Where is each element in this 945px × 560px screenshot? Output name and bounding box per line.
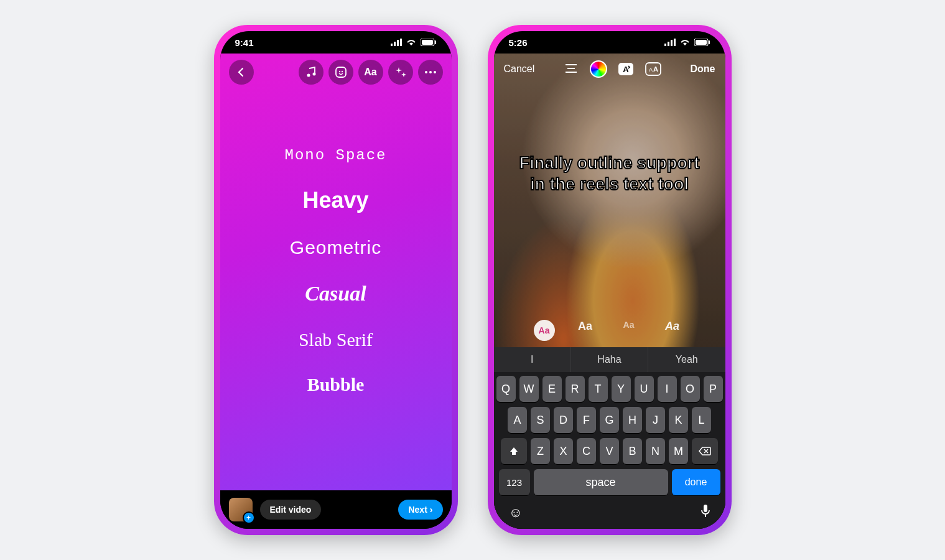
editor-toolbar: Aa [220, 54, 452, 91]
svg-rect-30 [704, 505, 707, 512]
key-space[interactable]: space [534, 469, 668, 495]
key-shift[interactable] [501, 438, 527, 464]
key-m[interactable]: M [669, 438, 688, 464]
key-z[interactable]: Z [531, 438, 550, 464]
phone-pair: 9:41 [214, 25, 732, 535]
font-style-selected[interactable]: Aa [534, 320, 555, 341]
media-thumbnail[interactable] [229, 498, 253, 521]
font-style-option[interactable]: Aa [616, 320, 642, 341]
key-a[interactable]: A [508, 407, 527, 433]
phone-left-screen: 9:41 [220, 31, 452, 529]
wifi-icon [406, 39, 417, 46]
key-h[interactable]: H [623, 407, 642, 433]
chevron-right-icon: › [430, 505, 433, 515]
key-d[interactable]: D [554, 407, 573, 433]
font-option-bubble[interactable]: Bubble [307, 374, 365, 395]
key-r[interactable]: R [566, 376, 585, 402]
svg-rect-5 [422, 40, 433, 45]
battery-icon [694, 39, 710, 46]
key-p[interactable]: P [704, 376, 723, 402]
keyboard: Q W E R T Y U I O P A S D [494, 372, 725, 529]
font-option-mono[interactable]: Mono Space [284, 147, 386, 164]
suggestion-item[interactable]: Haha [571, 347, 648, 372]
effects-button[interactable] [388, 60, 413, 85]
key-o[interactable]: O [681, 376, 700, 402]
music-icon [305, 67, 317, 78]
edit-video-button[interactable]: Edit video [260, 500, 322, 520]
key-numbers[interactable]: 123 [499, 469, 530, 495]
svg-rect-3 [400, 39, 402, 46]
back-button[interactable] [229, 60, 254, 85]
svg-point-7 [307, 74, 310, 77]
key-j[interactable]: J [646, 407, 665, 433]
key-q[interactable]: Q [496, 376, 516, 402]
font-style-option[interactable]: Aa [659, 320, 686, 341]
done-button[interactable]: Done [691, 63, 715, 75]
svg-point-12 [425, 71, 427, 73]
sticker-button[interactable] [328, 60, 353, 85]
key-x[interactable]: X [554, 438, 573, 464]
svg-point-11 [341, 71, 342, 72]
key-b[interactable]: B [623, 438, 642, 464]
phone-right-screen: 5:26 Cancel [494, 31, 725, 529]
microphone-icon [701, 504, 710, 518]
svg-rect-9 [336, 67, 346, 77]
svg-rect-1 [394, 42, 396, 46]
key-n[interactable]: N [646, 438, 665, 464]
key-done[interactable]: done [672, 469, 720, 495]
svg-point-8 [312, 73, 315, 76]
svg-rect-20 [696, 40, 707, 45]
key-t[interactable]: T [589, 376, 608, 402]
dictation-button[interactable] [701, 504, 710, 521]
color-button[interactable] [589, 60, 608, 78]
wifi-icon [679, 39, 691, 46]
align-button[interactable] [562, 60, 580, 78]
key-l[interactable]: L [692, 407, 711, 433]
text-button[interactable]: Aa [358, 60, 383, 85]
suggestion-item[interactable]: I [494, 347, 571, 372]
chevron-left-icon [236, 67, 246, 77]
status-bar: 5:26 [494, 31, 725, 54]
suggestion-item[interactable]: Yeah [648, 347, 725, 372]
phone-right: 5:26 Cancel [488, 25, 732, 535]
key-v[interactable]: V [600, 438, 619, 464]
key-s[interactable]: S [531, 407, 550, 433]
keyboard-row-1: Q W E R T Y U I O P [496, 376, 723, 402]
key-g[interactable]: G [600, 407, 619, 433]
key-u[interactable]: U [635, 376, 654, 402]
keyboard-bottom-row: ☺ [496, 500, 723, 524]
font-style-option[interactable]: Aa [572, 320, 598, 341]
key-e[interactable]: E [542, 376, 562, 402]
phone-left: 9:41 [214, 25, 458, 535]
caption-text[interactable]: Finally outline support in the reels tex… [519, 153, 700, 195]
emoji-button[interactable]: ☺ [509, 505, 523, 521]
key-c[interactable]: C [577, 438, 596, 464]
key-y[interactable]: Y [612, 376, 631, 402]
more-button[interactable] [418, 60, 443, 85]
next-button[interactable]: Next› [398, 500, 442, 520]
status-bar: 9:41 [220, 31, 452, 54]
key-i[interactable]: I [658, 376, 677, 402]
font-list: Mono Space Heavy Geometric Casual Slab S… [220, 91, 452, 490]
animation-button[interactable]: AA [644, 60, 663, 78]
font-option-casual[interactable]: Casual [305, 282, 366, 306]
cellular-icon [391, 39, 402, 46]
font-option-geometric[interactable]: Geometric [290, 237, 381, 258]
status-indicators [391, 39, 437, 46]
key-k[interactable]: K [669, 407, 688, 433]
key-f[interactable]: F [577, 407, 596, 433]
keyboard-row-4: 123 space done [496, 469, 723, 495]
keyboard-row-2: A S D F G H J K L [496, 407, 723, 433]
status-time: 9:41 [235, 37, 254, 48]
text-style-button[interactable]: A [617, 60, 635, 78]
svg-point-13 [429, 71, 432, 73]
key-w[interactable]: W [519, 376, 539, 402]
font-option-heavy[interactable]: Heavy [302, 187, 368, 213]
align-center-icon [564, 63, 578, 75]
font-option-slab[interactable]: Slab Serif [299, 329, 373, 350]
music-button[interactable] [299, 60, 324, 85]
svg-text:A: A [649, 67, 653, 73]
next-label: Next [408, 505, 427, 515]
key-backspace[interactable] [692, 438, 718, 464]
cancel-button[interactable]: Cancel [504, 63, 535, 75]
